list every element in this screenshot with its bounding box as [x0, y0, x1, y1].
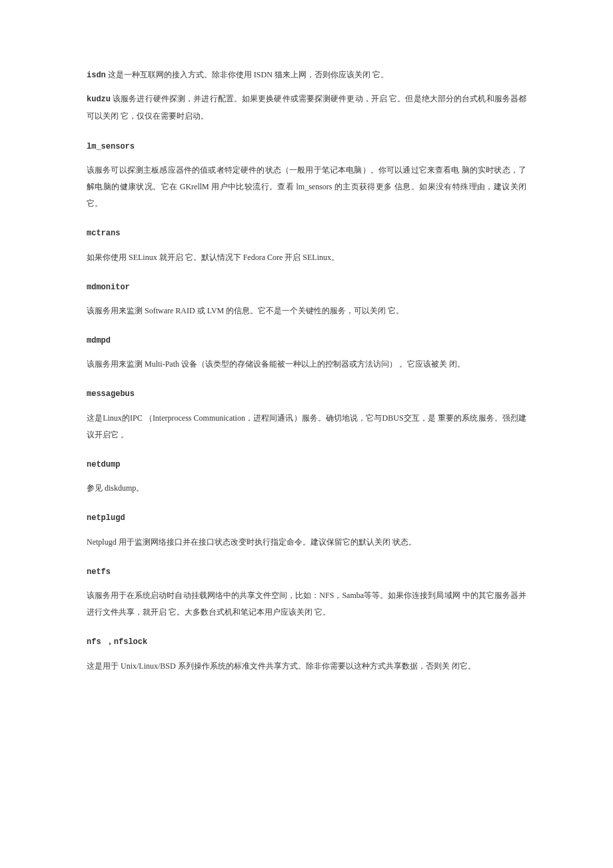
service-name-mctrans: mctrans	[87, 225, 526, 242]
service-desc-isdn: 这是一种互联网的接入方式。除非你使用 ISDN 猫来上网，否则你应该关闭 它。	[108, 70, 388, 79]
service-desc-nfs: 这是用于 Unix/Linux/BSD 系列操作系统的标准文件共享方式。除非你需…	[87, 658, 526, 675]
entry-kudzu: kudzu 该服务进行硬件探测，并进行配置。如果更换硬件或需要探测硬件更动，开启…	[87, 91, 526, 125]
service-desc-netdump: 参见 diskdump。	[87, 480, 526, 497]
service-name-mdmpd: mdmpd	[87, 333, 526, 349]
service-desc-mdmonitor: 该服务用来监测 Software RAID 或 LVM 的信息。它不是一个关键性…	[87, 303, 526, 319]
service-name-messagebus: messagebus	[87, 386, 526, 403]
service-desc-kudzu: 该服务进行硬件探测，并进行配置。如果更换硬件或需要探测硬件更动，开启 它。但是绝…	[87, 94, 526, 121]
service-desc-messagebus: 这是Linux的IPC （Interprocess Communication，…	[87, 410, 526, 443]
service-name-lm-sensors: lm_sensors	[87, 139, 526, 155]
service-name-netdump: netdump	[87, 457, 526, 473]
document-page: isdn 这是一种互联网的接入方式。除非你使用 ISDN 猫来上网，否则你应该关…	[0, 0, 613, 868]
entry-isdn: isdn 这是一种互联网的接入方式。除非你使用 ISDN 猫来上网，否则你应该关…	[87, 67, 526, 84]
service-name-nfs: nfs ，nfslock	[87, 634, 526, 651]
service-name-isdn: isdn	[87, 71, 106, 80]
service-desc-mdmpd: 该服务用来监测 Multi-Path 设备（该类型的存储设备能被一种以上的控制器…	[87, 356, 526, 373]
service-name-netfs: netfs	[87, 564, 526, 581]
service-name-netplugd: netplugd	[87, 510, 526, 527]
service-name-mdmonitor: mdmonitor	[87, 279, 526, 296]
service-name-kudzu: kudzu	[87, 95, 111, 104]
service-desc-lm-sensors: 该服务可以探测主板感应器件的值或者特定硬件的状态（一般用于笔记本电脑）。你可以通…	[87, 162, 526, 213]
service-desc-mctrans: 如果你使用 SELinux 就开启 它。默认情况下 Fedora Core 开启…	[87, 249, 526, 266]
service-desc-netplugd: Netplugd 用于监测网络接口并在接口状态改变时执行指定命令。建议保留它的默…	[87, 534, 526, 551]
service-desc-netfs: 该服务用于在系统启动时自动挂载网络中的共享文件空间，比如：NFS，Samba等等…	[87, 587, 526, 621]
